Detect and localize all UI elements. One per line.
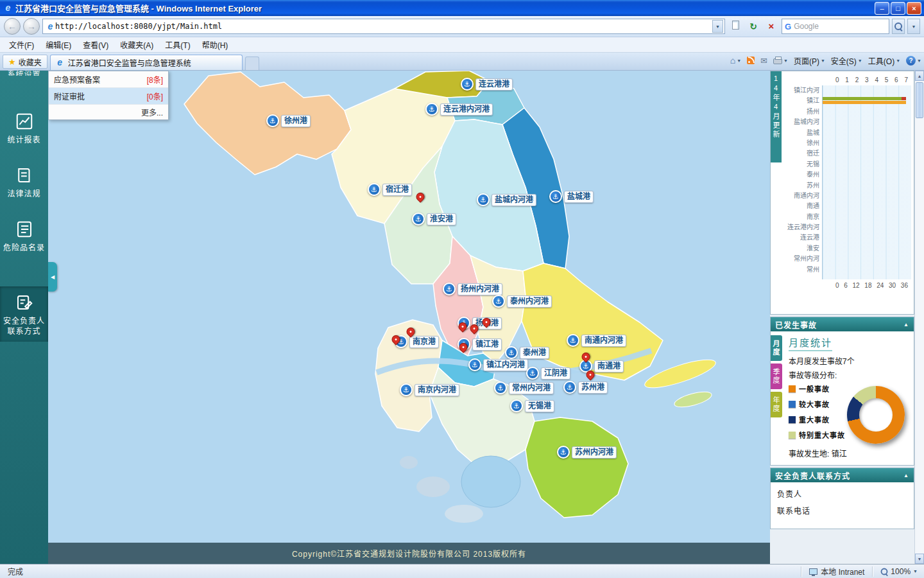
accident-panel-header[interactable]: 已发生事故 ▲ — [771, 317, 914, 331]
port-marker[interactable]: ⚓南通内河港 — [567, 334, 626, 347]
port-marker[interactable]: ⚓苏州港 — [563, 381, 608, 394]
port-label[interactable]: 常州内河港 — [509, 382, 554, 394]
refresh-button[interactable]: ↻ — [746, 19, 761, 34]
accident-tab-季度[interactable]: 季度 — [771, 363, 782, 389]
port-label[interactable]: 南京港 — [409, 336, 439, 348]
help-button[interactable]: ?▼ — [906, 56, 921, 66]
zoom-control[interactable]: 100% ▼ — [877, 567, 921, 576]
port-label[interactable]: 盐城内河港 — [492, 194, 536, 206]
address-dropdown[interactable]: ▼ — [712, 20, 723, 33]
port-marker[interactable]: ⚓徐州港 — [266, 114, 311, 127]
anchor-icon[interactable]: ⚓ — [494, 381, 507, 394]
anchor-icon[interactable]: ⚓ — [505, 346, 518, 359]
anchor-icon[interactable]: ⚓ — [461, 78, 474, 91]
restore-button[interactable]: □ — [891, 2, 905, 15]
port-marker[interactable]: ⚓泰州内河港 — [492, 295, 552, 308]
quick-panel-row-approval[interactable]: 附证审批 [0条] — [49, 88, 168, 105]
port-marker[interactable]: ⚓无锡港 — [510, 399, 554, 412]
command-button[interactable]: 页面(P)▼ — [794, 55, 825, 66]
port-label[interactable]: 南京内河港 — [415, 384, 459, 396]
anchor-icon[interactable]: ⚓ — [400, 383, 413, 396]
minimize-button[interactable]: – — [875, 2, 889, 15]
anchor-icon[interactable]: ⚓ — [563, 381, 576, 394]
anchor-icon[interactable]: ⚓ — [549, 190, 562, 203]
feeds-button[interactable] — [747, 57, 755, 64]
sidebar-item-system-settings[interactable]: 系统设置 — [7, 71, 40, 76]
port-label[interactable]: 连云港内河港 — [440, 103, 493, 116]
port-label[interactable]: 徐州港 — [281, 115, 311, 127]
sidebar-item-hazmat-catalog[interactable]: 危险品名录 — [0, 213, 48, 258]
port-label[interactable]: 南通港 — [594, 360, 624, 372]
collapse-icon[interactable]: ▲ — [903, 473, 909, 478]
scrollbar-up-button[interactable]: ▲ — [915, 71, 924, 81]
location-pin-icon[interactable] — [415, 191, 426, 202]
mail-button[interactable]: ✉ — [760, 56, 767, 66]
port-marker[interactable]: ⚓江阴港 — [526, 367, 570, 380]
accident-tab-年度[interactable]: 年度 — [771, 392, 782, 417]
port-label[interactable]: 南通内河港 — [581, 335, 626, 347]
command-button[interactable]: 安全(S)▼ — [831, 55, 862, 66]
port-label[interactable]: 淮安港 — [427, 213, 456, 225]
sidebar-collapse-handle[interactable]: ◀ — [48, 262, 57, 292]
anchor-icon[interactable]: ⚓ — [468, 358, 481, 371]
port-label[interactable]: 镇江内河港 — [483, 359, 528, 371]
anchor-icon[interactable]: ⚓ — [443, 283, 456, 295]
command-button[interactable]: 工具(O)▼ — [868, 55, 900, 66]
menu-item[interactable]: 工具(T) — [160, 37, 195, 52]
security-zone[interactable]: 本地 Intranet — [805, 566, 868, 577]
port-label[interactable]: 无锡港 — [525, 400, 554, 412]
port-marker[interactable]: ⚓宿迁港 — [368, 183, 412, 196]
port-marker[interactable]: ⚓盐城港 — [549, 190, 594, 203]
menu-item[interactable]: 收藏夹(A) — [115, 37, 158, 52]
compatibility-button[interactable] — [728, 19, 743, 34]
search-dropdown[interactable]: ▼ — [907, 19, 920, 34]
stop-button[interactable]: × — [764, 19, 779, 34]
port-label[interactable]: 苏州港 — [578, 381, 608, 394]
port-marker[interactable]: ⚓泰州港 — [505, 346, 549, 359]
anchor-icon[interactable]: ⚓ — [526, 367, 539, 380]
quick-panel-row-emergency-plan[interactable]: 应急预案备案 [8条] — [49, 71, 168, 88]
anchor-icon[interactable]: ⚓ — [425, 103, 438, 116]
port-marker[interactable]: ⚓淮安港 — [412, 213, 456, 225]
port-label[interactable]: 盐城港 — [564, 191, 594, 203]
search-placeholder[interactable]: Google — [794, 22, 886, 31]
forward-button[interactable]: → — [23, 18, 40, 35]
more-link[interactable]: 更多... — [49, 105, 168, 119]
anchor-icon[interactable]: ⚓ — [567, 334, 579, 347]
port-marker[interactable]: ⚓镇江内河港 — [468, 358, 528, 371]
anchor-icon[interactable]: ⚓ — [266, 114, 279, 127]
menu-item[interactable]: 文件(F) — [4, 37, 39, 52]
port-marker[interactable]: ⚓苏州内河港 — [557, 446, 617, 459]
scrollbar-track[interactable] — [915, 81, 924, 554]
port-marker[interactable]: ⚓盐城内河港 — [477, 193, 536, 206]
port-label[interactable]: 江阴港 — [541, 367, 570, 380]
tab-main[interactable]: e 江苏省港口安全监管与应急管理系统 — [50, 55, 243, 70]
anchor-icon[interactable]: ⚓ — [557, 446, 570, 459]
search-button[interactable] — [892, 19, 905, 34]
scrollbar-down-button[interactable]: ▼ — [915, 554, 924, 564]
scrollbar-thumb[interactable] — [916, 82, 923, 118]
sidebar-item-statistics[interactable]: 统计报表 — [0, 105, 48, 150]
anchor-icon[interactable]: ⚓ — [368, 183, 381, 196]
collapse-icon[interactable]: ▲ — [903, 322, 909, 328]
search-box[interactable]: G Google — [782, 19, 889, 34]
menu-item[interactable]: 编辑(E) — [40, 37, 76, 52]
port-marker[interactable]: ⚓连云港港 — [461, 78, 513, 91]
port-marker[interactable]: ⚓南京内河港 — [400, 383, 459, 396]
menu-item[interactable]: 帮助(H) — [197, 37, 234, 52]
port-marker[interactable]: ⚓扬州内河港 — [443, 283, 502, 295]
anchor-icon[interactable]: ⚓ — [477, 193, 490, 206]
anchor-icon[interactable]: ⚓ — [510, 399, 523, 412]
port-marker[interactable]: ⚓南京港 — [395, 335, 439, 348]
contact-panel-header[interactable]: 安全负责人联系方式 ▲ — [771, 468, 914, 482]
port-label[interactable]: 宿迁港 — [382, 184, 412, 196]
sidebar-item-safety-contact[interactable]: 安全负责人 联系方式 — [0, 286, 48, 342]
home-button[interactable]: ⌂▼ — [730, 55, 741, 66]
new-tab-button[interactable] — [245, 57, 259, 70]
port-marker[interactable]: ⚓连云港内河港 — [425, 103, 493, 116]
port-label[interactable]: 泰州港 — [520, 347, 549, 359]
address-bar[interactable]: e http://localhost:8080/yjpt/Main.html ▼ — [42, 19, 725, 34]
port-label[interactable]: 连云港港 — [475, 78, 513, 91]
port-label[interactable]: 镇江港 — [472, 338, 502, 351]
url-text[interactable]: http://localhost:8080/yjpt/Main.html — [55, 22, 712, 31]
